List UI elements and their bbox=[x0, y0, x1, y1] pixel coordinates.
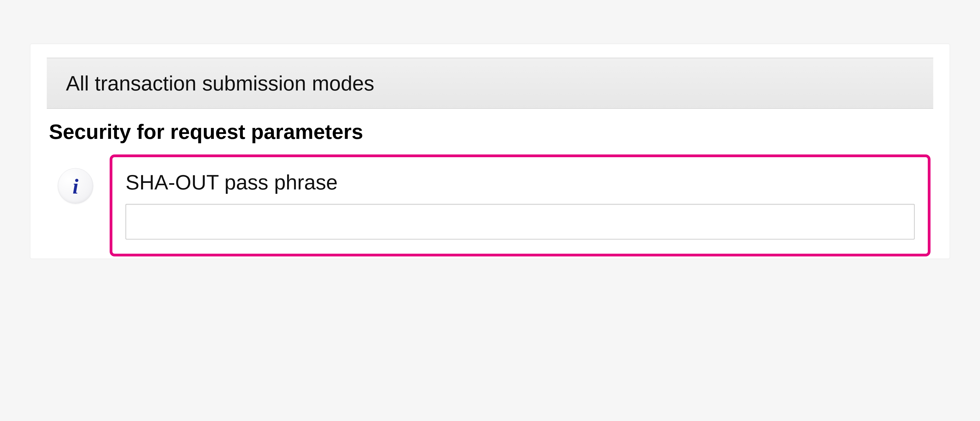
sha-out-label: SHA-OUT pass phrase bbox=[126, 170, 915, 194]
info-icon[interactable]: i bbox=[58, 168, 93, 204]
sha-out-row: i SHA-OUT pass phrase bbox=[47, 154, 933, 259]
sha-out-passphrase-input[interactable] bbox=[126, 204, 915, 240]
sha-out-highlight-box: SHA-OUT pass phrase bbox=[110, 154, 931, 256]
section-header: All transaction submission modes bbox=[47, 58, 933, 109]
subsection-title-security: Security for request parameters bbox=[47, 120, 933, 154]
settings-panel: All transaction submission modes Securit… bbox=[30, 44, 950, 259]
info-icon-glyph: i bbox=[72, 176, 78, 197]
